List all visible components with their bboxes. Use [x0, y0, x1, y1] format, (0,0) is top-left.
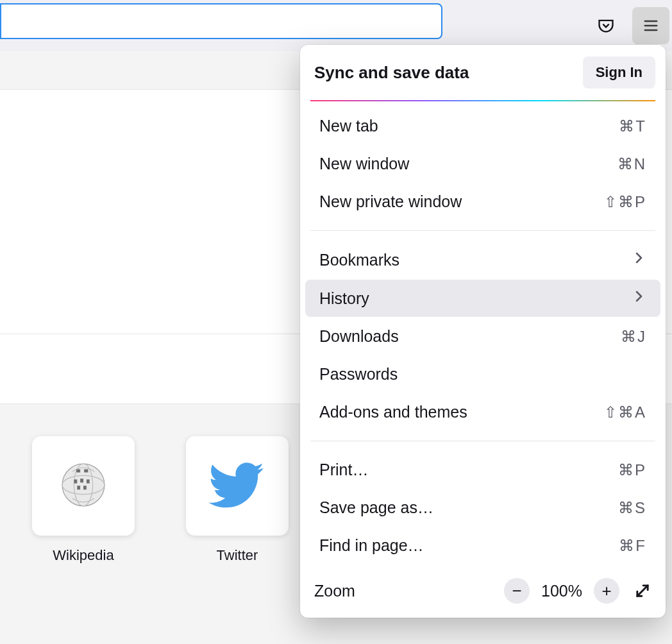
- menu-item-new-private-window[interactable]: New private window⇧⌘P: [305, 183, 660, 220]
- menu-item-label: New tab: [319, 117, 378, 135]
- divider: [310, 230, 655, 231]
- zoom-value: 100%: [540, 582, 584, 600]
- menu-item-zoom: Zoom − 100% +: [300, 570, 666, 611]
- top-site-label: Twitter: [186, 547, 289, 564]
- keyboard-shortcut: ⌘J: [621, 328, 646, 346]
- keyboard-shortcut: ⇧⌘A: [604, 403, 646, 421]
- svg-rect-10: [77, 486, 80, 489]
- menu-item-new-window[interactable]: New window⌘N: [305, 146, 660, 182]
- sync-title: Sync and save data: [314, 63, 469, 83]
- menu-item-downloads[interactable]: Downloads⌘J: [305, 318, 660, 355]
- menu-item-passwords[interactable]: Passwords: [305, 356, 660, 393]
- address-input[interactable]: [1, 4, 441, 38]
- menu-item-history[interactable]: History: [305, 280, 660, 317]
- divider: [310, 441, 655, 441]
- keyboard-shortcut: ⌘F: [619, 537, 646, 555]
- menu-item-label: Passwords: [319, 365, 398, 384]
- menu-item-label: Downloads: [319, 327, 399, 346]
- wikipedia-logo-icon: [58, 460, 108, 513]
- keyboard-shortcut: ⌘T: [619, 117, 646, 135]
- top-site-wikipedia[interactable]: Wikipedia: [32, 436, 135, 564]
- browser-toolbar: [0, 0, 672, 51]
- top-site-label: Wikipedia: [32, 547, 135, 564]
- svg-rect-12: [76, 469, 80, 472]
- sign-in-button[interactable]: Sign In: [583, 56, 655, 89]
- zoom-out-button[interactable]: −: [504, 578, 530, 604]
- svg-rect-9: [87, 479, 90, 483]
- pocket-icon[interactable]: [587, 7, 625, 44]
- menu-item-label: New private window: [319, 192, 462, 211]
- menu-item-label: Save page as…: [319, 498, 433, 517]
- menu-item-find-in-page[interactable]: Find in page…⌘F: [305, 527, 660, 564]
- menu-item-label: Add-ons and themes: [319, 403, 467, 421]
- menu-item-label: Print…: [319, 461, 368, 479]
- app-menu-panel: Sync and save data Sign In New tab⌘TNew …: [300, 45, 666, 618]
- top-site-twitter[interactable]: Twitter: [186, 436, 289, 564]
- menu-item-label: History: [319, 289, 369, 308]
- svg-rect-13: [84, 469, 88, 472]
- zoom-label: Zoom: [314, 582, 355, 600]
- menu-item-save-page-as[interactable]: Save page as…⌘S: [305, 489, 660, 526]
- top-sites: Wikipedia Twitter: [32, 436, 289, 564]
- menu-item-add-ons-and-themes[interactable]: Add-ons and themes⇧⌘A: [305, 394, 660, 430]
- keyboard-shortcut: ⌘P: [618, 461, 646, 479]
- menu-item-bookmarks[interactable]: Bookmarks: [305, 241, 660, 278]
- keyboard-shortcut: ⌘N: [617, 155, 646, 173]
- svg-rect-7: [74, 479, 77, 483]
- keyboard-shortcut: ⌘S: [618, 499, 646, 517]
- chevron-right-icon: [631, 289, 646, 308]
- menu-item-label: New window: [319, 155, 409, 173]
- fullscreen-button[interactable]: [630, 578, 655, 604]
- menu-item-print[interactable]: Print…⌘P: [305, 452, 660, 488]
- keyboard-shortcut: ⇧⌘P: [604, 193, 646, 211]
- menu-item-label: Find in page…: [319, 536, 424, 555]
- twitter-logo-icon: [208, 456, 266, 516]
- menu-item-label: Bookmarks: [319, 251, 399, 269]
- menu-item-new-tab[interactable]: New tab⌘T: [305, 108, 660, 144]
- svg-rect-11: [83, 486, 87, 489]
- chevron-right-icon: [631, 250, 646, 269]
- zoom-in-button[interactable]: +: [594, 578, 619, 604]
- svg-rect-8: [80, 479, 83, 482]
- hamburger-menu-button[interactable]: [632, 7, 669, 44]
- address-bar[interactable]: [0, 3, 442, 39]
